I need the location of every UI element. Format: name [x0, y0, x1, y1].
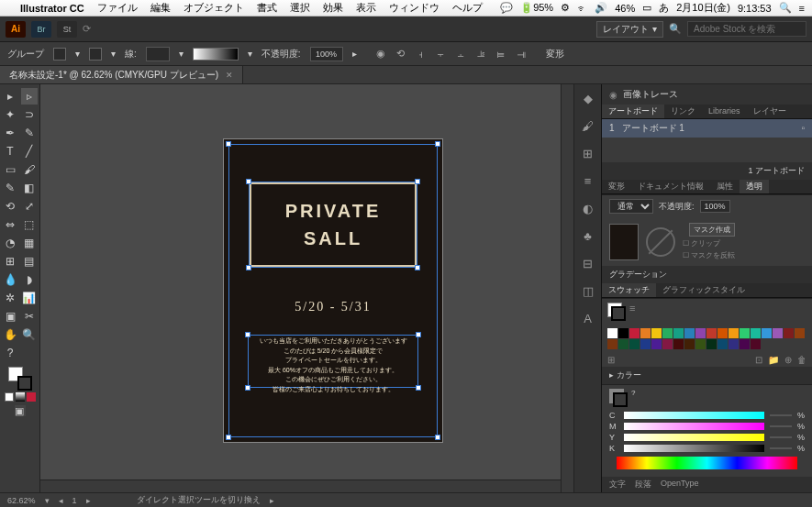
swatch[interactable]: [651, 328, 662, 338]
none-mode-icon[interactable]: [27, 392, 36, 402]
mem-icon[interactable]: 🔋95%: [520, 2, 553, 14]
align-center-v-icon[interactable]: ⫢: [495, 47, 509, 61]
scrollbar-horizontal[interactable]: [40, 479, 561, 492]
tab-character[interactable]: 文字: [609, 479, 626, 490]
transparency-thumb[interactable]: [609, 224, 639, 260]
fill-stroke-control[interactable]: [8, 367, 32, 391]
eraser-tool[interactable]: ◧: [21, 180, 38, 196]
wifi-icon[interactable]: ᯤ: [577, 3, 587, 14]
align-center-h-icon[interactable]: ⫟: [434, 47, 449, 61]
sync-icon[interactable]: ⟳: [83, 23, 91, 35]
gradient-panel-title[interactable]: グラデーション: [602, 266, 812, 283]
gradient-tool[interactable]: ▤: [21, 253, 38, 270]
menu-edit[interactable]: 編集: [150, 1, 171, 15]
title-frame[interactable]: PRIVATE SALL: [250, 182, 417, 267]
workspace-dropdown[interactable]: レイアウト ▾: [596, 21, 663, 38]
magenta-value[interactable]: [770, 425, 792, 427]
swatch[interactable]: [729, 339, 739, 349]
pen-tool[interactable]: ✒: [2, 125, 18, 141]
black-value[interactable]: [770, 447, 792, 449]
symbols-icon[interactable]: ⊞: [580, 145, 596, 161]
menu-window[interactable]: ウィンドウ: [389, 1, 439, 15]
bridge-icon[interactable]: Br: [31, 21, 51, 38]
volume-icon[interactable]: 🔊: [595, 2, 607, 14]
swatch-menu-icon[interactable]: ≡: [629, 303, 635, 321]
stroke-swatch[interactable]: [89, 48, 102, 61]
mesh-tool[interactable]: ⊞: [2, 253, 18, 270]
swatch[interactable]: [684, 328, 695, 338]
opacity-input[interactable]: 100%: [310, 47, 343, 61]
tab-docinfo[interactable]: ドキュメント情報: [631, 180, 710, 193]
color-mode-icon[interactable]: [5, 392, 14, 402]
menu-select[interactable]: 選択: [290, 1, 310, 15]
screen-mode-icon[interactable]: ▣: [15, 405, 26, 416]
delete-swatch-icon[interactable]: 🗑: [797, 355, 806, 365]
cyan-value[interactable]: [770, 414, 792, 416]
brushes-icon[interactable]: 🖌: [580, 117, 596, 134]
make-mask-button[interactable]: マスク作成: [689, 223, 735, 237]
swatch[interactable]: [618, 339, 628, 349]
brush-preview[interactable]: [193, 48, 239, 61]
scrollbar-vertical[interactable]: [561, 84, 573, 492]
artboard-options-icon[interactable]: ▫: [801, 123, 805, 133]
zoom-level[interactable]: 62.62%: [7, 496, 36, 505]
tab-paragraph[interactable]: 段落: [635, 479, 651, 490]
selection-handle[interactable]: [435, 141, 440, 147]
stock-icon[interactable]: St: [57, 21, 77, 38]
selection-handle[interactable]: [226, 141, 231, 147]
align-left-icon[interactable]: ⫞: [414, 47, 428, 61]
stroke-color[interactable]: [17, 376, 32, 391]
swatch[interactable]: [762, 328, 772, 338]
image-trace-label[interactable]: 画像トレース: [623, 88, 678, 101]
trace-icon[interactable]: ◉: [609, 90, 617, 100]
selection-handle[interactable]: [226, 435, 231, 440]
nav-prev-icon[interactable]: ◂: [59, 496, 63, 505]
perspective-tool[interactable]: ▦: [21, 235, 38, 251]
transform-label[interactable]: 変形: [546, 48, 564, 61]
swatch[interactable]: [651, 339, 662, 349]
opacity-value[interactable]: 100%: [700, 200, 730, 213]
slice-tool[interactable]: ✂: [21, 308, 38, 325]
pathfinder-icon[interactable]: ◫: [580, 282, 596, 299]
tab-attributes[interactable]: 属性: [710, 180, 740, 193]
shape-builder-tool[interactable]: ◔: [2, 235, 18, 251]
swatch[interactable]: [695, 328, 706, 338]
swatch-lib-icon[interactable]: ⊞: [607, 355, 615, 365]
graph-tool[interactable]: 📊: [21, 290, 38, 306]
spotlight-icon[interactable]: 🔍: [779, 2, 792, 14]
hand-tool[interactable]: ✋: [2, 326, 18, 343]
swatch-fill-stroke[interactable]: [607, 303, 626, 321]
swatch[interactable]: [673, 328, 684, 338]
align-icon[interactable]: ⊟: [580, 255, 596, 271]
menu-file[interactable]: ファイル: [97, 1, 138, 15]
appearance-icon[interactable]: ◐: [580, 200, 596, 216]
tab-libraries[interactable]: Libraries: [702, 105, 747, 118]
new-swatch-icon[interactable]: ⊕: [784, 355, 792, 365]
shaper-tool[interactable]: ✎: [2, 180, 18, 196]
swatch[interactable]: [717, 339, 728, 349]
document-tab[interactable]: 名称未設定-1* @ 62.62% (CMYK/GPU プレビュー) ✕: [0, 66, 243, 83]
selection-handle[interactable]: [415, 179, 420, 184]
swatch[interactable]: [706, 328, 717, 338]
scale-tool[interactable]: ⤢: [21, 198, 38, 215]
tab-graphic-styles[interactable]: グラフィックスタイル: [656, 283, 751, 297]
rectangle-tool[interactable]: ▭: [2, 161, 18, 178]
libraries-icon[interactable]: ◆: [580, 90, 596, 106]
artboard-row[interactable]: 1 アートボード 1 ▫: [602, 119, 812, 138]
brush-tool[interactable]: 🖌: [21, 161, 38, 178]
new-group-icon[interactable]: 📁: [768, 355, 779, 365]
artboard-canvas[interactable]: PRIVATE SALL 5/20 - 5/31 いつも当店をご利用いただきあり…: [224, 139, 442, 442]
nav-next-icon[interactable]: ▸: [86, 496, 91, 505]
swatch[interactable]: [740, 328, 750, 338]
swatch[interactable]: [795, 328, 805, 338]
line-icon[interactable]: 💬: [500, 2, 513, 14]
stock-search-input[interactable]: [687, 21, 806, 37]
color-panel-title[interactable]: ▸ カラー: [602, 367, 812, 384]
wifi-icon[interactable]: ⚙: [561, 2, 570, 14]
swatch[interactable]: [729, 328, 739, 338]
swatch[interactable]: [640, 328, 651, 338]
fill-swatch[interactable]: [53, 48, 66, 61]
swatch[interactable]: [773, 328, 783, 338]
type-tool[interactable]: T: [2, 143, 18, 160]
blend-tool[interactable]: ◗: [21, 271, 38, 288]
